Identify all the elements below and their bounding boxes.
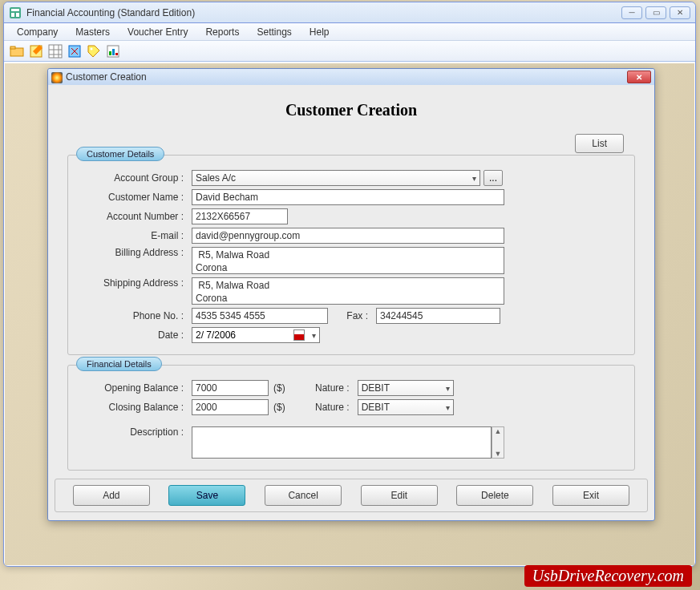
window-controls: ─ ▭ ✕ bbox=[621, 6, 690, 19]
dialog-button-bar: Add Save Cancel Edit Delete Exit bbox=[55, 479, 648, 512]
save-button[interactable]: Save bbox=[168, 485, 245, 506]
date-label: Date : bbox=[79, 329, 192, 341]
new-folder-icon[interactable] bbox=[9, 43, 25, 59]
fax-input[interactable] bbox=[376, 308, 500, 324]
svg-rect-2 bbox=[11, 13, 14, 17]
shipping-label: Shipping Address : bbox=[79, 277, 192, 289]
menubar: Company Masters Voucher Entry Reports Se… bbox=[4, 23, 695, 41]
account-number-input[interactable] bbox=[192, 208, 288, 224]
dialog-close-button[interactable]: ✕ bbox=[627, 71, 651, 83]
description-scrollbar[interactable]: ▲ ▼ bbox=[492, 426, 504, 459]
customer-name-input[interactable] bbox=[192, 189, 504, 205]
account-group-browse-button[interactable]: ... bbox=[484, 170, 503, 186]
phone-input[interactable] bbox=[192, 308, 328, 324]
dialog-body: Customer Creation List Customer Details … bbox=[48, 85, 654, 487]
description-input[interactable] bbox=[192, 426, 492, 459]
nature2-label: Nature : bbox=[285, 402, 358, 413]
svg-rect-3 bbox=[16, 13, 19, 17]
menu-company[interactable]: Company bbox=[9, 24, 66, 40]
menu-voucher-entry[interactable]: Voucher Entry bbox=[119, 24, 196, 40]
shipping-address-input[interactable] bbox=[192, 277, 504, 305]
svg-point-13 bbox=[91, 47, 93, 50]
svg-rect-5 bbox=[10, 46, 15, 49]
calendar-icon bbox=[293, 329, 305, 341]
billing-address-input[interactable] bbox=[192, 247, 504, 274]
nature2-dropdown[interactable]: DEBIT bbox=[358, 399, 454, 415]
customer-name-label: Customer Name : bbox=[79, 192, 192, 203]
account-number-label: Account Number : bbox=[79, 211, 192, 222]
titlebar: Financial Accounting (Standard Edition) … bbox=[4, 2, 695, 23]
edit-icon[interactable] bbox=[28, 43, 44, 59]
svg-rect-16 bbox=[112, 49, 115, 55]
email-input[interactable] bbox=[192, 228, 504, 244]
scroll-down-icon[interactable]: ▼ bbox=[492, 450, 504, 458]
account-group-dropdown[interactable]: Sales A/c bbox=[192, 170, 480, 186]
watermark: UsbDriveRecovery.com bbox=[524, 565, 692, 587]
description-label: Description : bbox=[79, 426, 192, 438]
svg-rect-17 bbox=[115, 53, 118, 55]
menu-help[interactable]: Help bbox=[301, 24, 338, 40]
maximize-button[interactable]: ▭ bbox=[645, 6, 666, 19]
report-icon[interactable] bbox=[105, 43, 121, 59]
financial-details-legend: Financial Details bbox=[76, 357, 162, 371]
customer-creation-dialog: Customer Creation ✕ Customer Creation Li… bbox=[47, 68, 655, 521]
ledger-icon[interactable] bbox=[67, 43, 83, 59]
closing-currency: ($) bbox=[273, 402, 285, 413]
grid-icon[interactable] bbox=[47, 43, 63, 59]
nature1-label: Nature : bbox=[285, 382, 358, 394]
account-group-label: Account Group : bbox=[79, 172, 192, 184]
menu-reports[interactable]: Reports bbox=[197, 24, 247, 40]
close-button[interactable]: ✕ bbox=[670, 6, 690, 19]
app-title: Financial Accounting (Standard Edition) bbox=[26, 7, 621, 18]
closing-balance-input[interactable] bbox=[192, 399, 269, 415]
email-label: E-mail : bbox=[79, 230, 192, 241]
dialog-title: Customer Creation bbox=[51, 71, 627, 83]
delete-button[interactable]: Delete bbox=[456, 485, 533, 506]
tag-icon[interactable] bbox=[86, 43, 102, 59]
phone-label: Phone No. : bbox=[79, 310, 192, 321]
opening-balance-label: Opening Balance : bbox=[79, 382, 192, 394]
dialog-titlebar: Customer Creation ✕ bbox=[48, 69, 654, 85]
customer-details-legend: Customer Details bbox=[76, 147, 164, 161]
edit-button[interactable]: Edit bbox=[361, 485, 438, 506]
exit-button[interactable]: Exit bbox=[552, 485, 629, 506]
dialog-heading: Customer Creation bbox=[63, 91, 640, 134]
date-input[interactable]: 2/ 7/2006 bbox=[192, 327, 320, 343]
app-icon bbox=[9, 6, 22, 19]
toolbar bbox=[4, 41, 695, 62]
menu-settings[interactable]: Settings bbox=[249, 24, 299, 40]
minimize-button[interactable]: ─ bbox=[621, 6, 642, 19]
main-window: Financial Accounting (Standard Edition) … bbox=[3, 2, 696, 567]
add-button[interactable]: Add bbox=[73, 485, 150, 506]
fax-label: Fax : bbox=[328, 310, 376, 321]
menu-masters[interactable]: Masters bbox=[67, 24, 118, 40]
opening-balance-input[interactable] bbox=[192, 380, 269, 396]
scroll-up-icon[interactable]: ▲ bbox=[492, 427, 504, 435]
customer-details-section: Customer Details Account Group : Sales A… bbox=[67, 155, 635, 355]
svg-rect-7 bbox=[49, 45, 62, 58]
financial-details-section: Financial Details Opening Balance : ($) … bbox=[67, 365, 635, 471]
list-button[interactable]: List bbox=[575, 134, 624, 153]
svg-rect-1 bbox=[11, 9, 19, 11]
closing-balance-label: Closing Balance : bbox=[79, 402, 192, 413]
opening-currency: ($) bbox=[273, 382, 285, 394]
billing-label: Billing Address : bbox=[79, 247, 192, 258]
nature1-dropdown[interactable]: DEBIT bbox=[358, 380, 454, 396]
cancel-button[interactable]: Cancel bbox=[265, 485, 342, 506]
svg-rect-15 bbox=[109, 51, 111, 55]
